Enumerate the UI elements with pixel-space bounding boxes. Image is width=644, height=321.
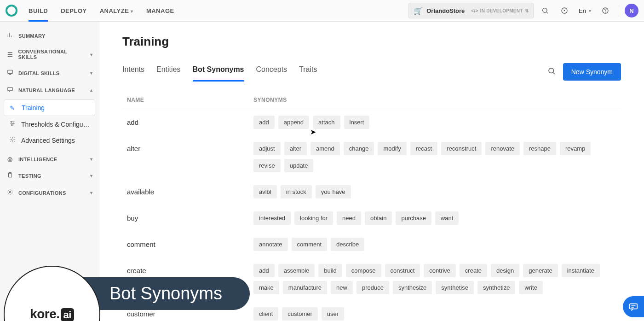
sidebar-digital-label: DIGITAL SKILLS	[18, 70, 59, 76]
search-icon[interactable]	[547, 67, 556, 77]
svg-line-23	[553, 72, 554, 74]
tab-concepts[interactable]: Concepts	[256, 62, 288, 82]
synonym-chip[interactable]: looking for	[294, 211, 333, 225]
divider	[619, 4, 619, 17]
synonym-chip[interactable]: revise	[253, 159, 281, 172]
synonym-chip[interactable]: user	[322, 307, 344, 321]
synonym-chip[interactable]: avlbl	[253, 185, 277, 198]
synonym-chip[interactable]: customer	[282, 307, 317, 321]
synonym-chip[interactable]: attach	[313, 116, 340, 129]
synonym-chip[interactable]: synthesize	[393, 281, 432, 294]
synonym-chip[interactable]: compose	[346, 264, 381, 277]
synonym-chip[interactable]: build	[318, 264, 342, 277]
svg-point-18	[12, 139, 13, 140]
synonym-chip[interactable]: reshape	[523, 142, 556, 155]
sidebar-configurations[interactable]: CONFIGURATIONS ▾	[0, 184, 99, 201]
help-icon[interactable]	[598, 3, 613, 18]
caption-banner: kore.ai Bot Synonyms	[0, 266, 250, 321]
synonym-chip[interactable]: synthetise	[436, 281, 474, 294]
table-row[interactable]: buyinterestedlooking forneedobtainpurcha…	[122, 205, 621, 231]
synonym-chip[interactable]: annotate	[253, 238, 288, 251]
search-icon[interactable]	[537, 3, 553, 18]
table-row[interactable]: alteradjustalteramendchangemodifyrecastr…	[122, 135, 621, 179]
sidebar-intelligence[interactable]: ◎ INTELLIGENCE ▾	[0, 151, 99, 167]
synonym-chip[interactable]: design	[491, 264, 519, 277]
synonym-chip[interactable]: in stock	[281, 185, 312, 198]
language-selector[interactable]: En▾	[576, 7, 594, 14]
synonym-chip[interactable]: alter	[284, 142, 307, 155]
synonym-chip[interactable]: construct	[385, 264, 420, 277]
user-avatar[interactable]: N	[625, 4, 638, 18]
synonym-chip[interactable]: purchase	[396, 211, 431, 225]
synonym-chip[interactable]: describe	[331, 238, 364, 251]
row-name: alter	[127, 142, 253, 152]
target-icon[interactable]	[557, 3, 572, 18]
synonym-chip[interactable]: new	[331, 281, 353, 294]
synonym-chip[interactable]: want	[435, 211, 459, 225]
synonym-chip[interactable]: renovate	[485, 142, 520, 155]
synonym-chip[interactable]: reconstruct	[441, 142, 482, 155]
synonym-chip[interactable]: create	[460, 264, 487, 277]
sidebar-nl-label: NATURAL LANGUAGE	[18, 88, 75, 93]
synonym-chips: clientcustomeruser	[253, 307, 616, 321]
synonym-chip[interactable]: amend	[310, 142, 340, 155]
top-bar: BUILD DEPLOY ANALYZE▾ MANAGE 🛒 OrlandoSt…	[0, 0, 644, 22]
sidebar-item-training[interactable]: ✎ Training	[4, 99, 95, 116]
synonym-chip[interactable]: make	[253, 281, 279, 294]
nav-manage[interactable]: MANAGE	[146, 0, 174, 21]
synonym-chip[interactable]: recast	[410, 142, 437, 155]
synonym-chip[interactable]: comment	[292, 238, 327, 251]
tab-bot-synonyms[interactable]: Bot Synonyms	[193, 62, 244, 82]
sidebar-item-thresholds[interactable]: Thresholds & Configu…	[4, 116, 95, 132]
synonym-chip[interactable]: generate	[523, 264, 558, 277]
svg-point-5	[605, 12, 606, 12]
sidebar-conversational-label: CONVERSATIONAL SKILLS	[18, 49, 86, 60]
nav-analyze[interactable]: ANALYZE▾	[100, 0, 133, 21]
synonym-chip[interactable]: change	[344, 142, 374, 155]
synonym-chip[interactable]: obtain	[365, 211, 392, 225]
sidebar-digital-skills[interactable]: DIGITAL SKILLS ▾	[0, 64, 99, 82]
synonym-chip[interactable]: client	[253, 307, 278, 321]
sidebar-testing[interactable]: TESTING ▾	[0, 167, 99, 184]
table-row[interactable]: addaddappendattachinsert	[122, 109, 621, 135]
synonym-chip[interactable]: revamp	[560, 142, 591, 155]
sidebar-item-advanced[interactable]: Advanced Settings	[4, 132, 95, 148]
new-synonym-button[interactable]: New Synonym	[563, 63, 621, 81]
kore-logo-ai: ai	[61, 308, 74, 321]
svg-point-16	[13, 123, 14, 124]
synonym-chip[interactable]: contrive	[424, 264, 456, 277]
synonym-chip[interactable]: manufacture	[283, 281, 327, 294]
table-row[interactable]: availableavlblin stockyou have	[122, 179, 621, 205]
synonym-chip[interactable]: add	[253, 116, 275, 129]
kore-logo-circle: kore.ai	[4, 266, 100, 321]
sidebar-natural-language[interactable]: NATURAL LANGUAGE ▴	[0, 82, 99, 99]
synonym-chip[interactable]: need	[337, 211, 361, 225]
synonym-chip[interactable]: write	[519, 281, 542, 294]
tab-entities[interactable]: Entities	[156, 62, 180, 82]
synonym-chip[interactable]: update	[284, 159, 314, 172]
nav-deploy[interactable]: DEPLOY	[61, 0, 86, 21]
table-row[interactable]: commentannotatecommentdescribe	[122, 231, 621, 257]
store-selector[interactable]: 🛒 OrlandoStore </> IN DEVELOPMENT ⇅	[408, 3, 534, 18]
synonym-chip[interactable]: synthetize	[477, 281, 516, 294]
tab-intents[interactable]: Intents	[122, 62, 144, 82]
sidebar-conversational-skills[interactable]: ☰ CONVERSATIONAL SKILLS ▾	[0, 44, 99, 64]
dev-status-label: IN DEVELOPMENT	[480, 8, 523, 13]
synonym-chip[interactable]: instantiate	[562, 264, 600, 277]
synonym-chip[interactable]: modify	[378, 142, 406, 155]
synonym-chip[interactable]: produce	[356, 281, 389, 294]
synonym-chip[interactable]: insert	[344, 116, 370, 129]
col-name-header: NAME	[127, 97, 253, 103]
synonym-chips: annotatecommentdescribe	[253, 238, 616, 251]
synonym-chip[interactable]: adjust	[253, 142, 281, 155]
synonym-chip[interactable]: assemble	[278, 264, 315, 277]
tab-traits[interactable]: Traits	[299, 62, 317, 82]
nav-build[interactable]: BUILD	[29, 0, 48, 21]
synonym-chip[interactable]: you have	[316, 185, 351, 198]
sidebar-summary[interactable]: SUMMARY	[0, 27, 99, 44]
sort-icon: ⇅	[525, 8, 529, 13]
synonym-chip[interactable]: append	[278, 116, 309, 129]
chat-fab-button[interactable]	[623, 296, 644, 317]
synonym-chip[interactable]: add	[253, 264, 275, 277]
synonym-chip[interactable]: interested	[253, 211, 291, 225]
